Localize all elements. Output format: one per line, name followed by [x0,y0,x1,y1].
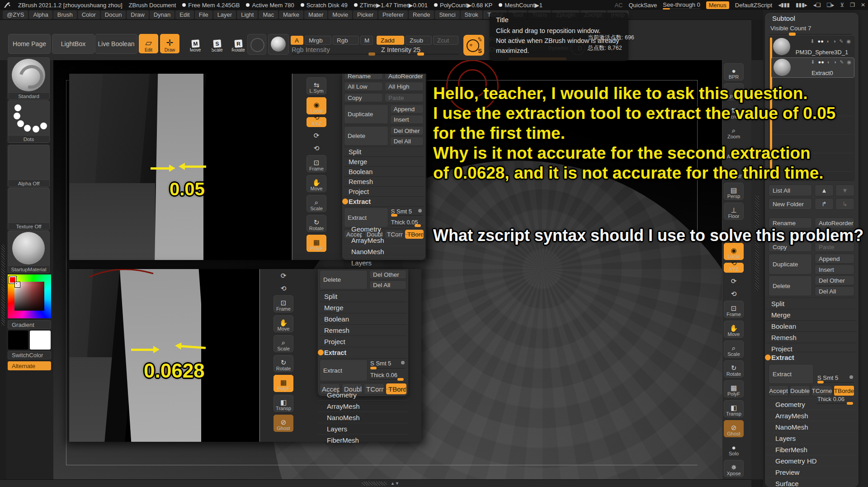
material-channel-button[interactable]: A [291,36,303,45]
visible-count-slider[interactable]: Visible Count 7 [770,25,811,32]
strip-button[interactable]: ✋ Move [724,321,744,338]
del-other-button[interactable]: Del Other [815,275,854,285]
tool-section-header[interactable]: ArrayMesh [318,400,408,411]
visible-count-handle[interactable] [789,33,796,36]
rename-button[interactable]: Rename [344,74,383,80]
strip-button[interactable]: ⇆ L.Sym [307,77,326,95]
menubar-item[interactable]: Movie [328,10,352,19]
tool-section-header[interactable]: Geometry [766,398,857,410]
tool-menu-row[interactable]: Boolean [344,166,424,176]
menubar-item[interactable]: Stenci [435,10,459,19]
menubar-item[interactable]: Alpha [29,10,52,19]
defaultzscript-button[interactable]: DefaultZScript [735,2,772,9]
double-button[interactable]: Double [790,385,810,396]
strip-button[interactable]: ▤ Persp [724,183,744,200]
tool-section-header[interactable]: FiberMesh [766,444,857,455]
menubar-item[interactable]: Layer [213,10,236,19]
delete-button[interactable]: Delete [344,126,388,146]
tool-section-header[interactable]: NanoMesh [766,421,857,432]
strip-button[interactable]: ◉ Local [307,97,326,114]
s-smt-slider[interactable]: S Smt 5 [390,208,424,217]
menubar-item[interactable]: Strok [461,10,482,19]
z-intensity-handle[interactable] [417,52,424,56]
tool-section-header[interactable]: Layers [766,432,857,444]
strip-button[interactable]: ● Solo [724,440,744,457]
color-picker[interactable] [8,274,51,318]
list-all-button[interactable]: List All [769,184,812,196]
menubar-item[interactable]: Mac [259,10,278,19]
m-button[interactable]: M [360,36,373,45]
all-low-button[interactable]: All Low [344,82,383,91]
live-boolean-button[interactable]: Live Boolean [95,34,137,54]
fold-icon[interactable]: ⬇ [810,38,814,44]
strip-button[interactable]: ⌕ Scale [307,195,326,212]
autoreorder-button[interactable]: AutoReorder [385,74,424,80]
strip-button[interactable]: ⟲ XYZ [307,117,326,127]
move-down-button[interactable]: ▼ [835,184,854,196]
menubar-item[interactable]: Preferer [378,10,408,19]
delete-button[interactable]: Delete [769,275,812,296]
accept-button[interactable]: Accept [769,385,788,396]
s-smt-slider[interactable]: S Smt 5 [369,359,406,370]
tool-menu-row[interactable]: Split [344,147,424,156]
copy-button[interactable]: Copy [344,93,383,102]
eye-icon[interactable]: ◉ [846,38,851,44]
tool-menu-row[interactable]: Boolean [319,313,407,324]
menubar-item[interactable]: File [195,10,212,19]
tool-menu-row[interactable]: Merge [766,309,857,320]
extract-section-header[interactable]: Extract [344,196,424,206]
sculpt-brush-button[interactable]: +✎S [463,35,484,56]
tray-left-icon[interactable]: ◂▮▮▮ [778,2,790,8]
tool-menu-row[interactable]: Remesh [319,324,407,336]
strip-button[interactable]: ⟳ [724,275,744,285]
menubar-item[interactable]: Light [237,10,258,19]
tool-section-header[interactable]: Geometry [318,389,408,400]
move-out-button[interactable]: ↱ [815,198,834,210]
contrast-icon[interactable]: ◑ [834,59,837,65]
half-circle-icon[interactable]: ◐ [827,38,830,44]
del-other-button[interactable]: Del Other [369,270,406,279]
rgb-button[interactable]: Rgb [333,36,359,45]
tool-menu-row[interactable]: Boolean [766,320,857,331]
tool-menu-row[interactable]: Project [319,336,407,347]
strip-button[interactable]: ⟲ [307,142,326,152]
menubar-item[interactable]: Rende [409,10,434,19]
strip-button[interactable]: ↻ Rotate [274,355,293,372]
move-in-button[interactable]: ↳ [835,198,854,210]
strip-button[interactable]: ◧ Transp [274,395,293,412]
duplicate-button[interactable]: Duplicate [769,254,812,274]
strip-button[interactable]: ⟲ [274,283,293,293]
quicksave-button[interactable]: QuickSave [628,2,657,9]
strip-button[interactable]: ▦ PolyF [274,375,293,392]
strip-button[interactable]: ⟳ [274,270,293,280]
tool-menu-row[interactable]: Split [766,298,857,309]
lightbox-button[interactable]: LightBox [52,34,94,54]
scale-button[interactable]: SScale [207,34,227,53]
strip-button[interactable]: ⟲ [724,288,744,298]
tool-menu-row[interactable]: Split [319,290,407,302]
strip-button[interactable]: ⌕ Scale [724,340,744,358]
tool-section-header[interactable]: FiberMesh [318,434,408,445]
zcut-button[interactable]: Zcut [433,36,458,45]
rotate-button[interactable]: RRotate [228,34,248,53]
menubar-item[interactable]: Dynan [150,10,175,19]
horizontal-scrollbar-handle[interactable] [362,482,387,486]
subtool-item[interactable]: ⬇●●◐◑✎◉ PM3D_Sphere3D_1 [771,37,854,57]
strip-button[interactable]: ↻ Rotate [724,360,744,378]
tool-section-header[interactable]: Layers [318,423,408,434]
main-color-swatch[interactable] [8,331,28,350]
window-prev-icon[interactable]: ◂❏ [813,2,821,8]
tool-section-header[interactable]: Layers [342,257,425,268]
menubar-item[interactable]: Color [78,10,100,19]
strip-button[interactable]: ⊡ Frame [724,301,744,318]
delete-button[interactable]: Delete [320,270,368,289]
tool-menu-row[interactable]: Project [344,186,424,196]
strip-button[interactable]: ⊘ Ghost [274,415,293,432]
duplicate-button[interactable]: Duplicate [344,104,388,124]
minimize-icon[interactable]: ⊻ [840,2,844,8]
del-all-button[interactable]: Del All [390,137,424,146]
s-smt-slider[interactable]: S Smt 5 [816,374,855,384]
insert-button[interactable]: Insert [815,265,854,274]
extract-section-header[interactable]: Extract [766,352,857,363]
stroke-preview-button[interactable] [247,34,266,55]
